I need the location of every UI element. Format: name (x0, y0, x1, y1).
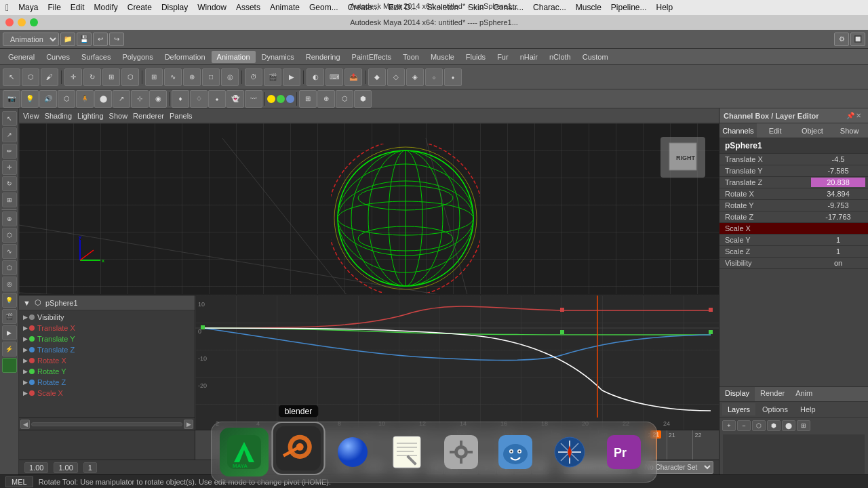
icon-grid[interactable]: ⊞ (299, 90, 317, 108)
tab-edit[interactable]: Edit (757, 123, 794, 138)
graph-item-rz[interactable]: ▶ Rotate Z (20, 377, 193, 388)
graph-scroll-left[interactable]: ◀ (20, 420, 30, 429)
panel-pin-btn[interactable]: 📌 (846, 112, 854, 120)
menu-muscle2[interactable]: Muscle (425, 51, 460, 63)
dock-finder[interactable] (491, 428, 540, 476)
menu-polygons[interactable]: Polygons (117, 51, 158, 63)
rp-subtab-options[interactable]: Options (757, 403, 793, 415)
icon-rotate[interactable]: ↻ (83, 68, 101, 86)
menu-modify[interactable]: Modify (94, 3, 118, 12)
icon-anim4[interactable]: ⬦ (425, 68, 443, 86)
tool-lighting[interactable]: 💡 (2, 293, 17, 308)
menu-nhair[interactable]: nHair (515, 51, 543, 63)
icon-circle-b[interactable] (286, 95, 294, 103)
icon-paint[interactable]: 🖌 (41, 68, 58, 86)
icon-ipr[interactable]: ▶ (283, 68, 300, 86)
menu-file[interactable]: File (47, 3, 60, 12)
tool-render2[interactable]: 🎬 (2, 309, 17, 324)
menu-fur[interactable]: Fur (492, 51, 514, 63)
toolbar-btn-2[interactable]: 💾 (77, 33, 92, 46)
menu-general[interactable]: General (3, 51, 40, 63)
close-button[interactable] (5, 18, 14, 26)
icon-solid[interactable]: ⬢ (354, 90, 372, 108)
tool-nurbs[interactable]: ◎ (2, 277, 17, 291)
tool-scale[interactable]: ⊞ (2, 192, 17, 207)
menu-deformation[interactable]: Deformation (159, 51, 211, 63)
menu-geom[interactable]: Geom... (309, 3, 338, 12)
layers-icon1[interactable]: ⬡ (752, 420, 766, 431)
icon-history[interactable]: ⏱ (245, 68, 262, 86)
keyframe-green-1[interactable] (201, 325, 205, 329)
anim-step-val[interactable]: 1.00 (54, 462, 77, 473)
vp-menu-show[interactable]: Show (109, 112, 128, 120)
keyframe-green-3[interactable] (709, 330, 713, 334)
panel-close-btn[interactable]: ✕ (856, 112, 864, 120)
graph-scrollbar[interactable] (31, 422, 182, 426)
icon-snap-curve[interactable]: ∿ (164, 68, 182, 86)
ch-val-ty[interactable]: -7.585 (811, 166, 865, 176)
menu-help[interactable]: Help (656, 3, 673, 12)
ch-val-sx[interactable] (811, 228, 865, 229)
dock-blue-ball[interactable] (328, 428, 377, 476)
icon-axes[interactable]: ⊕ (317, 90, 335, 108)
icon-deform[interactable]: ⬡ (58, 90, 75, 108)
icon-ik[interactable]: ↗ (113, 90, 130, 108)
graph-item-tx[interactable]: ▶ Translate X (20, 323, 193, 333)
menu-rendering[interactable]: Rendering (300, 51, 346, 63)
icon-output[interactable]: 📤 (344, 68, 362, 86)
ch-val-ry[interactable]: -9.753 (811, 201, 865, 210)
icon-snap-grid[interactable]: ⊞ (145, 68, 163, 86)
icon-key2[interactable]: ♢ (190, 90, 208, 108)
icon-key1[interactable]: ♦ (172, 90, 189, 108)
menu-muscle[interactable]: Muscle (576, 3, 601, 12)
tool-select2[interactable]: ↗ (2, 127, 17, 142)
icon-snap-live[interactable]: ◎ (221, 68, 239, 86)
layers-new-btn[interactable]: + (722, 420, 736, 431)
icon-effector[interactable]: ◉ (149, 90, 167, 108)
maximize-button[interactable] (30, 18, 38, 26)
ch-val-sz[interactable]: 1 (811, 247, 865, 256)
ch-val-tz[interactable]: 20.838 (811, 178, 865, 187)
graph-item-visibility[interactable]: ▶ Visibility (20, 312, 193, 323)
menu-create[interactable]: Create (127, 3, 152, 12)
vp-menu-renderer[interactable]: Renderer (133, 112, 164, 120)
mel-indicator[interactable]: MEL (5, 476, 33, 487)
menu-edit[interactable]: Edit (71, 3, 85, 12)
icon-cam[interactable]: 📷 (3, 90, 20, 108)
dock-textedit[interactable] (382, 428, 431, 476)
menu-pipeline[interactable]: Pipeline... (611, 3, 647, 12)
ch-val-rz[interactable]: -17.763 (811, 212, 865, 222)
anim-start-val[interactable]: 1.00 (24, 462, 48, 473)
menu-surfaces[interactable]: Surfaces (76, 51, 116, 63)
graph-item-ry[interactable]: ▶ Rotate Y (20, 366, 193, 377)
sphere-object[interactable] (331, 144, 480, 294)
icon-silhouette[interactable]: ◐ (307, 68, 324, 86)
icon-sound[interactable]: 🔊 (39, 90, 57, 108)
icon-select[interactable]: ↖ (3, 68, 20, 86)
vp-menu-view[interactable]: View (23, 112, 39, 120)
layers-delete-btn[interactable]: − (737, 420, 751, 431)
toolbar-btn-1[interactable]: 📁 (60, 33, 75, 46)
menu-painteffects[interactable]: PaintEffects (347, 51, 397, 63)
icon-key3[interactable]: ⬥ (208, 90, 226, 108)
menu-fluids[interactable]: Fluids (460, 51, 491, 63)
menu-toon[interactable]: Toon (397, 51, 425, 63)
icon-anim2[interactable]: ◇ (387, 68, 405, 86)
icon-joint[interactable]: ⬤ (94, 90, 112, 108)
menu-display[interactable]: Display (161, 3, 188, 12)
icon-light[interactable]: 💡 (21, 90, 39, 108)
menu-curves[interactable]: Curves (41, 51, 75, 63)
vp-menu-lighting[interactable]: Lighting (77, 112, 104, 120)
layers-icon2[interactable]: ⬢ (767, 420, 781, 431)
tool-rotate[interactable]: ↻ (2, 176, 17, 191)
ch-val-sy[interactable]: 1 (811, 235, 865, 245)
icon-wire[interactable]: ⬡ (336, 90, 353, 108)
keyframe-green-2[interactable] (560, 330, 564, 334)
tab-channels[interactable]: Channels (719, 123, 757, 138)
tab-object[interactable]: Object (794, 123, 831, 138)
tool-anim[interactable]: ▶ (2, 325, 17, 340)
icon-ghost[interactable]: 👻 (226, 90, 244, 108)
graph-item-rx[interactable]: ▶ Rotate X (20, 355, 193, 366)
menu-custom[interactable]: Custom (577, 51, 614, 63)
icon-anim3[interactable]: ◈ (406, 68, 424, 86)
